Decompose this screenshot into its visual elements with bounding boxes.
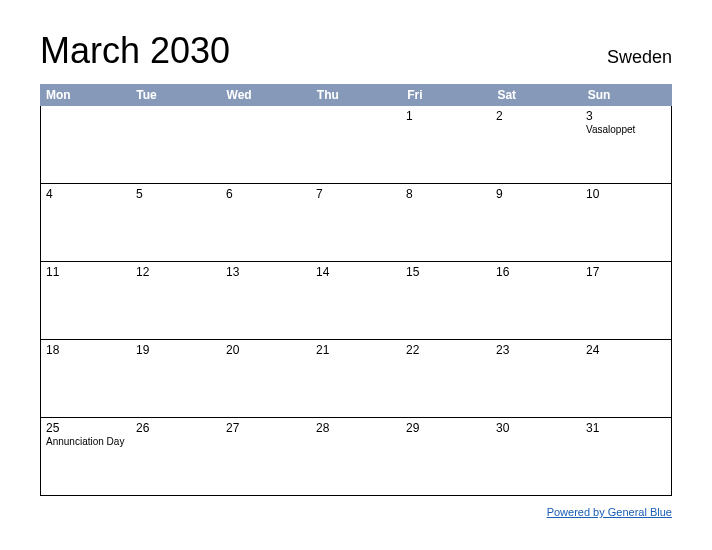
- day-cell: 21: [311, 340, 401, 417]
- day-number: 10: [586, 187, 666, 201]
- day-number: 1: [406, 109, 486, 123]
- day-cell: 9: [491, 184, 581, 261]
- day-cell: 25 Annunciation Day: [41, 418, 131, 495]
- day-number: 12: [136, 265, 216, 279]
- day-number: 20: [226, 343, 306, 357]
- day-number: 17: [586, 265, 666, 279]
- day-event: Annunciation Day: [46, 436, 126, 447]
- day-cell: 15: [401, 262, 491, 339]
- day-cell: 12: [131, 262, 221, 339]
- day-number: 2: [496, 109, 576, 123]
- day-cell: 13: [221, 262, 311, 339]
- day-cell: 29: [401, 418, 491, 495]
- day-cell: 30: [491, 418, 581, 495]
- day-cell: 31: [581, 418, 671, 495]
- day-cell: 18: [41, 340, 131, 417]
- day-number: 27: [226, 421, 306, 435]
- calendar-header: March 2030 Sweden: [40, 30, 672, 72]
- day-header-thu: Thu: [311, 84, 401, 106]
- day-cell: 1: [401, 106, 491, 183]
- day-event: Vasaloppet: [586, 124, 666, 135]
- day-number: 30: [496, 421, 576, 435]
- day-cell: 26: [131, 418, 221, 495]
- day-number: 5: [136, 187, 216, 201]
- day-number: 6: [226, 187, 306, 201]
- week-row: 1 2 3 Vasaloppet: [40, 106, 672, 184]
- day-cell: 14: [311, 262, 401, 339]
- day-cell: 7: [311, 184, 401, 261]
- day-cell: [311, 106, 401, 183]
- day-number: 25: [46, 421, 126, 435]
- calendar-grid: Mon Tue Wed Thu Fri Sat Sun 1 2: [40, 84, 672, 496]
- day-number: 28: [316, 421, 396, 435]
- day-cell: 28: [311, 418, 401, 495]
- day-cell: 11: [41, 262, 131, 339]
- day-cell: 10: [581, 184, 671, 261]
- week-row: 4 5 6 7 8 9 10: [40, 184, 672, 262]
- day-cell: 19: [131, 340, 221, 417]
- day-number: 18: [46, 343, 126, 357]
- footer: Powered by General Blue: [40, 502, 672, 520]
- week-row: 25 Annunciation Day 26 27 28 29 30 31: [40, 418, 672, 496]
- day-number: 9: [496, 187, 576, 201]
- day-header-sun: Sun: [582, 84, 672, 106]
- day-number: 29: [406, 421, 486, 435]
- day-cell: 16: [491, 262, 581, 339]
- day-cell: 27: [221, 418, 311, 495]
- day-cell: [41, 106, 131, 183]
- day-number: 16: [496, 265, 576, 279]
- day-number: 26: [136, 421, 216, 435]
- day-cell: [131, 106, 221, 183]
- day-cell: 2: [491, 106, 581, 183]
- day-cell: 5: [131, 184, 221, 261]
- day-cell: [221, 106, 311, 183]
- day-cell: 20: [221, 340, 311, 417]
- day-cell: 6: [221, 184, 311, 261]
- day-header-tue: Tue: [130, 84, 220, 106]
- day-number: 4: [46, 187, 126, 201]
- day-number: 14: [316, 265, 396, 279]
- day-cell: 23: [491, 340, 581, 417]
- day-number: 15: [406, 265, 486, 279]
- day-number: 7: [316, 187, 396, 201]
- country-label: Sweden: [607, 47, 672, 72]
- day-header-wed: Wed: [221, 84, 311, 106]
- day-cell: 22: [401, 340, 491, 417]
- calendar-title: March 2030: [40, 30, 230, 72]
- day-number: 19: [136, 343, 216, 357]
- day-number: 3: [586, 109, 666, 123]
- day-cell: 24: [581, 340, 671, 417]
- day-header-mon: Mon: [40, 84, 130, 106]
- day-number: 24: [586, 343, 666, 357]
- day-number: 13: [226, 265, 306, 279]
- day-cell: 8: [401, 184, 491, 261]
- week-row: 11 12 13 14 15 16 17: [40, 262, 672, 340]
- day-number: 11: [46, 265, 126, 279]
- day-number: 21: [316, 343, 396, 357]
- powered-by-link[interactable]: Powered by General Blue: [547, 506, 672, 518]
- day-number: 23: [496, 343, 576, 357]
- day-number: 8: [406, 187, 486, 201]
- day-header-row: Mon Tue Wed Thu Fri Sat Sun: [40, 84, 672, 106]
- day-cell: 3 Vasaloppet: [581, 106, 671, 183]
- week-row: 18 19 20 21 22 23 24: [40, 340, 672, 418]
- day-cell: 17: [581, 262, 671, 339]
- day-number: 31: [586, 421, 666, 435]
- day-number: 22: [406, 343, 486, 357]
- day-header-fri: Fri: [401, 84, 491, 106]
- day-cell: 4: [41, 184, 131, 261]
- day-header-sat: Sat: [491, 84, 581, 106]
